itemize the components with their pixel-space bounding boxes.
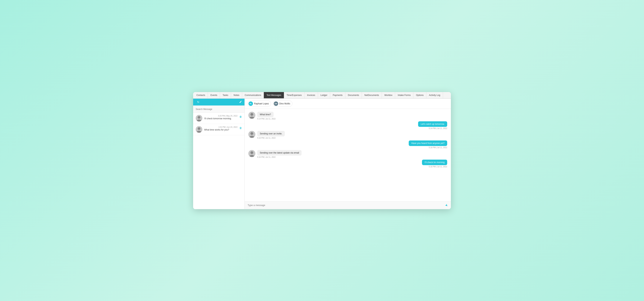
main-layout: ↻ 3:20 PM | May 26, 2022 I' <box>193 99 451 209</box>
send-icon[interactable]: ➤ <box>444 203 449 208</box>
conv-date: 1:52 PM | Jun 24, 2022 <box>218 126 238 128</box>
message-bubble: Have you heard from anyone yet? <box>409 140 447 146</box>
contact-chip-rl[interactable]: RL Raphael Lopez <box>248 100 271 107</box>
svg-point-4 <box>198 127 200 130</box>
tab-tasks[interactable]: Tasks <box>220 92 231 99</box>
message-bubble: Sending over an invite. <box>257 131 285 136</box>
message-bubble: I'll check tm morning <box>422 160 447 165</box>
message-item: Let's catch up tomorrow. 5:14 PM | Jul 1… <box>248 121 447 130</box>
message-item: I'll check tm morning 5:16 PM | Jul 11, … <box>248 160 447 168</box>
tab-intake-forms[interactable]: Intake Forms <box>395 92 413 99</box>
tab-ledger[interactable]: Ledger <box>318 92 330 99</box>
conversation-list: 3:20 PM | May 26, 2022 I'll check tomorr… <box>193 113 244 209</box>
msg-avatar <box>248 112 255 119</box>
message-time: 5:16 PM | Jul 11, 2022 <box>257 137 276 139</box>
conv-text: I'll check tomorrow morning. <box>204 117 238 120</box>
chip-avatar: RL <box>248 102 253 106</box>
message-item: Sending over an invite. 5:16 PM | Jul 11… <box>248 131 447 139</box>
svg-point-13 <box>250 151 253 154</box>
tab-activity-log[interactable]: Activity Log <box>426 92 443 99</box>
tab-documents[interactable]: Documents <box>346 92 362 99</box>
svg-point-1 <box>198 116 200 118</box>
app-window: ContactsEventsTasksNotesCommunicationsTe… <box>193 92 451 209</box>
message-time: 5:16 PM | Jul 11, 2022 <box>429 166 447 168</box>
avatar <box>196 115 202 122</box>
message-bubble: Let's catch up tomorrow. <box>418 121 447 127</box>
tab-options[interactable]: Options <box>413 92 426 99</box>
message-time: 5:16 PM | Jul 11, 2022 <box>257 156 276 158</box>
message-bubble: Sending over the latest update via email <box>257 150 302 156</box>
tab-contacts[interactable]: Contacts <box>194 92 208 99</box>
delete-icon[interactable]: 🗑 <box>239 115 242 118</box>
tab-invoices[interactable]: Invoices <box>304 92 318 99</box>
message-item: Have you heard from anyone yet? 5:16 PM … <box>248 140 447 148</box>
chat-input-bar: ➤ <box>245 201 451 209</box>
svg-point-10 <box>250 132 253 135</box>
chat-messages: What time? 5:14 PM | Jul 11, 2022 Let's … <box>245 109 451 201</box>
tab-events[interactable]: Events <box>208 92 220 99</box>
conversation-item[interactable]: 1:52 PM | Jun 24, 2022 What time works f… <box>193 124 244 135</box>
message-time: 5:16 PM | Jul 11, 2022 <box>429 146 447 148</box>
refresh-icon[interactable]: ↻ <box>197 100 200 104</box>
right-panel: RL Raphael Lopez DM Dino Muftic What tim… <box>245 99 451 209</box>
search-input[interactable] <box>196 108 242 110</box>
svg-point-7 <box>250 113 253 116</box>
msg-avatar <box>248 131 255 138</box>
message-input[interactable] <box>248 204 443 206</box>
left-panel: ↻ 3:20 PM | May 26, 2022 I' <box>193 99 245 209</box>
tab-communications[interactable]: Communications <box>242 92 264 99</box>
chat-header: RL Raphael Lopez DM Dino Muftic <box>245 99 451 109</box>
tab-payments[interactable]: Payments <box>330 92 345 99</box>
message-time: 5:14 PM | Jul 11, 2022 <box>429 128 447 130</box>
message-item: Sending over the latest update via email… <box>248 150 447 158</box>
contact-name: Raphael Lopez <box>254 102 269 105</box>
search-box[interactable] <box>193 106 244 113</box>
message-bubble: What time? <box>257 112 274 117</box>
message-time: 5:14 PM | Jul 11, 2022 <box>257 118 276 120</box>
conversation-item[interactable]: 3:20 PM | May 26, 2022 I'll check tomorr… <box>193 113 244 124</box>
delete-icon[interactable]: 🗑 <box>239 126 242 130</box>
compose-icon[interactable] <box>239 100 242 104</box>
contact-name: Dino Muftic <box>279 102 290 105</box>
avatar <box>196 126 202 133</box>
tab-worldox[interactable]: Worldox <box>382 92 395 99</box>
tab-text-messages[interactable]: Text Messages <box>264 92 284 99</box>
conv-text: What time works for you? <box>204 128 238 131</box>
chip-avatar: DM <box>274 102 278 106</box>
msg-avatar <box>248 150 255 157</box>
message-item: What time? 5:14 PM | Jul 11, 2022 <box>248 112 447 120</box>
contact-chip-dm[interactable]: DM Dino Muftic <box>273 100 292 107</box>
tab-time-expenses[interactable]: Time/Expenses <box>284 92 304 99</box>
conversations-header: ↻ <box>193 99 244 106</box>
tab-netdocuments[interactable]: NetDocuments <box>362 92 382 99</box>
tabs-bar: ContactsEventsTasksNotesCommunicationsTe… <box>193 92 451 99</box>
conv-date: 3:20 PM | May 26, 2022 <box>218 115 238 117</box>
tab-notes[interactable]: Notes <box>231 92 242 99</box>
